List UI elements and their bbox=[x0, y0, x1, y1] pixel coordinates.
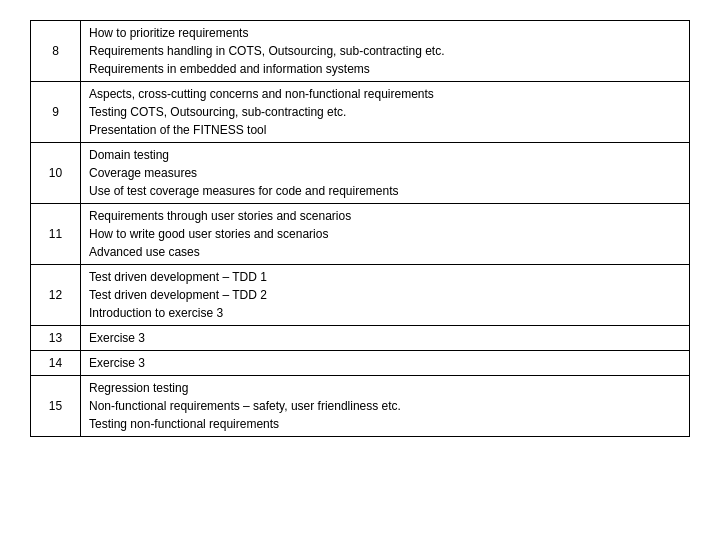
content-line: Domain testing bbox=[89, 146, 681, 164]
content-line: Advanced use cases bbox=[89, 243, 681, 261]
content-line: How to prioritize requirements bbox=[89, 24, 681, 42]
content-line: Testing COTS, Outsourcing, sub-contracti… bbox=[89, 103, 681, 121]
content-line: Exercise 3 bbox=[89, 329, 681, 347]
row-number: 9 bbox=[31, 82, 81, 143]
table-row: 15Regression testingNon-functional requi… bbox=[31, 376, 690, 437]
row-content: Exercise 3 bbox=[81, 326, 690, 351]
row-content: Test driven development – TDD 1Test driv… bbox=[81, 265, 690, 326]
content-line: Regression testing bbox=[89, 379, 681, 397]
row-content: Domain testingCoverage measuresUse of te… bbox=[81, 143, 690, 204]
table-row: 10Domain testingCoverage measuresUse of … bbox=[31, 143, 690, 204]
row-content: How to prioritize requirementsRequiremen… bbox=[81, 21, 690, 82]
content-line: Introduction to exercise 3 bbox=[89, 304, 681, 322]
schedule-table: 8How to prioritize requirementsRequireme… bbox=[30, 20, 690, 437]
table-row: 9Aspects, cross-cutting concerns and non… bbox=[31, 82, 690, 143]
content-line: Requirements through user stories and sc… bbox=[89, 207, 681, 225]
content-line: Exercise 3 bbox=[89, 354, 681, 372]
content-line: Requirements in embedded and information… bbox=[89, 60, 681, 78]
row-content: Regression testingNon-functional require… bbox=[81, 376, 690, 437]
content-line: Use of test coverage measures for code a… bbox=[89, 182, 681, 200]
row-content: Requirements through user stories and sc… bbox=[81, 204, 690, 265]
table-row: 14Exercise 3 bbox=[31, 351, 690, 376]
row-number: 14 bbox=[31, 351, 81, 376]
table-row: 12Test driven development – TDD 1Test dr… bbox=[31, 265, 690, 326]
row-number: 10 bbox=[31, 143, 81, 204]
row-content: Aspects, cross-cutting concerns and non-… bbox=[81, 82, 690, 143]
row-number: 15 bbox=[31, 376, 81, 437]
content-line: Presentation of the FITNESS tool bbox=[89, 121, 681, 139]
table-row: 11Requirements through user stories and … bbox=[31, 204, 690, 265]
row-number: 13 bbox=[31, 326, 81, 351]
content-line: Testing non-functional requirements bbox=[89, 415, 681, 433]
row-number: 8 bbox=[31, 21, 81, 82]
row-number: 12 bbox=[31, 265, 81, 326]
table-row: 8How to prioritize requirementsRequireme… bbox=[31, 21, 690, 82]
content-line: Test driven development – TDD 1 bbox=[89, 268, 681, 286]
row-number: 11 bbox=[31, 204, 81, 265]
content-line: Non-functional requirements – safety, us… bbox=[89, 397, 681, 415]
row-content: Exercise 3 bbox=[81, 351, 690, 376]
content-line: Test driven development – TDD 2 bbox=[89, 286, 681, 304]
table-row: 13Exercise 3 bbox=[31, 326, 690, 351]
content-line: Aspects, cross-cutting concerns and non-… bbox=[89, 85, 681, 103]
content-line: Coverage measures bbox=[89, 164, 681, 182]
content-line: How to write good user stories and scena… bbox=[89, 225, 681, 243]
content-line: Requirements handling in COTS, Outsourci… bbox=[89, 42, 681, 60]
